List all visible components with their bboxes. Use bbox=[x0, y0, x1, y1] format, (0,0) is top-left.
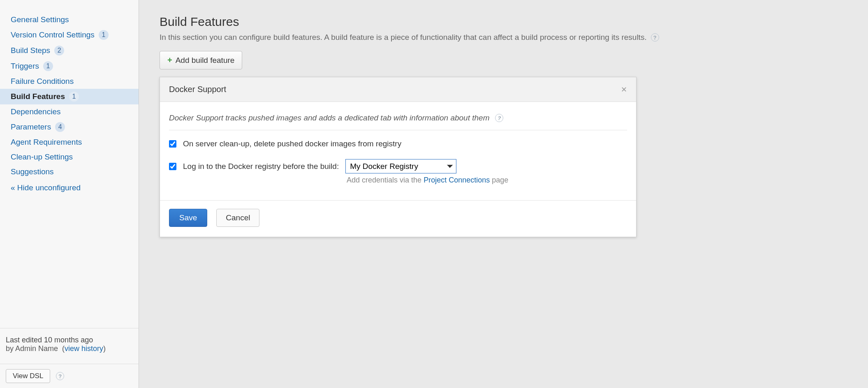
nav-label: Clean-up Settings bbox=[11, 152, 73, 162]
cleanup-checkbox[interactable] bbox=[169, 140, 176, 148]
view-dsl-button[interactable]: View DSL bbox=[6, 369, 50, 383]
help-icon[interactable]: ? bbox=[56, 372, 64, 380]
count-badge: 2 bbox=[54, 46, 64, 55]
hint-prefix: Add credentials via the bbox=[347, 176, 424, 184]
help-icon[interactable]: ? bbox=[495, 114, 503, 122]
nav-label: Parameters bbox=[11, 122, 51, 132]
subtitle-text: In this section you can configure build … bbox=[160, 33, 647, 42]
nav-cleanup-settings[interactable]: Clean-up Settings bbox=[0, 150, 139, 164]
count-badge: 4 bbox=[55, 122, 65, 132]
sidebar-footer: Last edited 10 months ago by Admin Name … bbox=[0, 328, 139, 364]
nav-label: Build Features bbox=[11, 92, 65, 101]
count-badge: 1 bbox=[69, 92, 79, 102]
by-prefix: by bbox=[6, 344, 14, 353]
nav-label: Triggers bbox=[11, 62, 39, 71]
nav-label: General Settings bbox=[11, 15, 69, 24]
main-content: Build Features In this section you can c… bbox=[139, 0, 868, 388]
cleanup-label: On server clean-up, delete pushed docker… bbox=[183, 139, 401, 148]
plus-icon: + bbox=[167, 55, 172, 65]
count-badge: 1 bbox=[99, 30, 109, 40]
nav-agent-requirements[interactable]: Agent Requirements bbox=[0, 135, 139, 150]
sidebar-nav: General Settings Version Control Setting… bbox=[0, 12, 139, 328]
view-dsl-row: View DSL ? bbox=[0, 364, 139, 388]
hide-unconfigured-link[interactable]: « Hide unconfigured bbox=[0, 179, 139, 204]
help-icon[interactable]: ? bbox=[651, 33, 659, 42]
last-edited-prefix: Last edited bbox=[6, 336, 42, 344]
panel-body: Docker Support tracks pushed images and … bbox=[160, 102, 636, 200]
nav-label: Dependencies bbox=[11, 107, 60, 116]
nav-version-control-settings[interactable]: Version Control Settings 1 bbox=[0, 27, 139, 43]
nav-label: Suggestions bbox=[11, 167, 54, 176]
nav-suggestions[interactable]: Suggestions bbox=[0, 164, 139, 179]
login-label: Log in to the Docker registry before the… bbox=[183, 162, 339, 171]
docker-support-panel: Docker Support ✕ Docker Support tracks p… bbox=[160, 77, 637, 237]
cancel-button[interactable]: Cancel bbox=[216, 209, 259, 227]
page-subtitle: In this section you can configure build … bbox=[160, 33, 847, 42]
hint-suffix: page bbox=[490, 176, 508, 184]
nav-build-steps[interactable]: Build Steps 2 bbox=[0, 43, 139, 58]
panel-header: Docker Support ✕ bbox=[160, 77, 636, 102]
count-badge: 1 bbox=[43, 61, 53, 71]
registry-select[interactable]: My Docker Registry bbox=[345, 159, 456, 173]
login-checkbox[interactable] bbox=[169, 163, 176, 170]
cleanup-row: On server clean-up, delete pushed docker… bbox=[169, 138, 627, 157]
nav-label: Failure Conditions bbox=[11, 77, 74, 86]
panel-actions: Save Cancel bbox=[160, 200, 636, 237]
credentials-hint: Add credentials via the Project Connecti… bbox=[169, 176, 627, 185]
nav-failure-conditions[interactable]: Failure Conditions bbox=[0, 74, 139, 89]
add-build-feature-button[interactable]: + Add build feature bbox=[160, 51, 242, 69]
nav-triggers[interactable]: Triggers 1 bbox=[0, 58, 139, 74]
nav-general-settings[interactable]: General Settings bbox=[0, 12, 139, 27]
editor-name: Admin Name bbox=[15, 344, 58, 353]
panel-description: Docker Support tracks pushed images and … bbox=[169, 113, 489, 122]
nav-parameters[interactable]: Parameters 4 bbox=[0, 119, 139, 135]
project-connections-link[interactable]: Project Connections bbox=[424, 176, 490, 184]
nav-dependencies[interactable]: Dependencies bbox=[0, 104, 139, 119]
panel-title: Docker Support bbox=[169, 85, 226, 94]
view-history-link[interactable]: view history bbox=[65, 344, 103, 353]
add-feature-label: Add build feature bbox=[176, 56, 235, 65]
nav-label: Agent Requirements bbox=[11, 138, 82, 147]
last-edited-time: 10 months ago bbox=[44, 336, 93, 344]
nav-label: Version Control Settings bbox=[11, 30, 95, 39]
save-button[interactable]: Save bbox=[169, 209, 207, 227]
nav-build-features[interactable]: Build Features 1 bbox=[0, 89, 139, 104]
sidebar: General Settings Version Control Setting… bbox=[0, 0, 139, 388]
nav-label: Build Steps bbox=[11, 46, 50, 55]
page-title: Build Features bbox=[160, 15, 847, 29]
close-icon[interactable]: ✕ bbox=[621, 85, 627, 94]
